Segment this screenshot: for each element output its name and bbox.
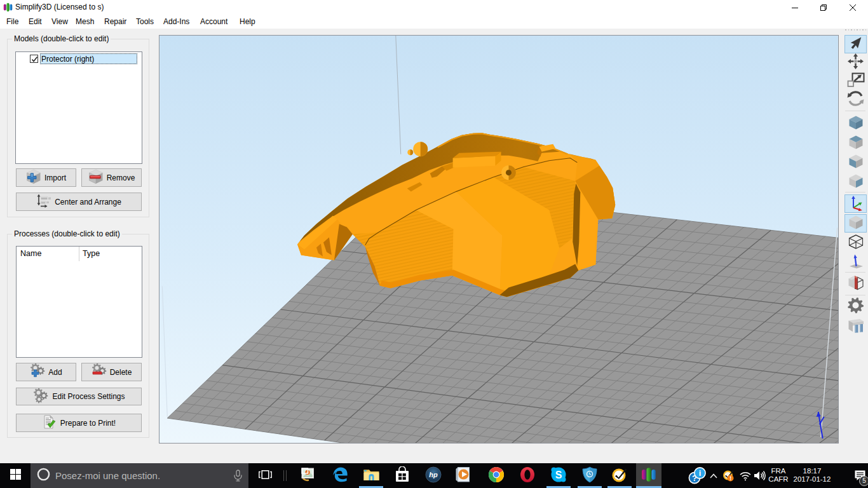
taskbar-separator [283,470,284,481]
menu-account[interactable]: Account [198,15,230,29]
tray-help-icon[interactable]: ? i [686,463,708,488]
processes-table[interactable]: Name Type [16,246,142,358]
start-button[interactable] [0,463,31,488]
import-button[interactable]: Import [16,168,76,187]
tool-rotate-button[interactable] [844,90,867,109]
add-process-button[interactable]: Add [16,363,76,381]
task-view-button[interactable] [254,463,276,488]
add-gears-plus-icon [30,363,45,381]
titlebar: Simplify3D (Licensed to s) [0,0,868,15]
show-solid-icon [848,214,864,233]
models-group: Models (double-click to edit) Protector … [7,39,149,217]
clock-time: 18:17 [791,467,833,475]
models-list[interactable]: Protector (right) [15,51,142,164]
processes-group: Processes (double-click to edit) Name Ty… [7,234,149,438]
view-front-icon [848,152,864,172]
models-group-label: Models (double-click to edit) [12,34,111,43]
menu-view[interactable]: View [49,15,71,29]
column-header-type[interactable]: Type [83,247,100,261]
tray-wifi-icon[interactable] [738,463,753,488]
taskbar-app-simplify3d[interactable] [636,463,661,488]
menu-help[interactable]: Help [237,15,258,29]
taskbar-app-photos[interactable] [295,463,320,488]
cortana-search-box[interactable] [31,463,248,488]
language-indicator[interactable]: FRACAFR [767,467,790,484]
taskbar-app-edge[interactable] [327,463,353,488]
viewport-3d-scene[interactable] [159,36,838,443]
toolbar-drag-handle[interactable] [845,29,866,31]
tray-norton-icon[interactable] [721,463,735,488]
viewport-3d[interactable] [159,35,839,444]
taskbar-app-media-player[interactable] [450,463,475,488]
maximize-restore-button[interactable] [809,0,837,15]
tool-settings-button[interactable] [844,297,867,316]
menu-file[interactable]: File [4,15,21,29]
view-default-icon [848,114,864,133]
prepare-to-print-button[interactable]: Prepare to Print! [16,414,142,432]
menu-mesh[interactable]: Mesh [73,15,97,29]
clock-date: 2017-01-12 [791,475,833,484]
taskbar-separator [286,470,287,481]
taskbar-app-norton[interactable] [607,463,632,488]
simplify3d-logo-icon [3,3,13,12]
simplify3d-icon [641,467,656,485]
taskbar-app-hp[interactable]: hp [421,463,446,488]
tray-chevron-up-icon[interactable] [708,463,719,488]
column-header-name[interactable]: Name [20,247,41,261]
tool-move-button[interactable] [844,53,867,72]
remove-button[interactable]: Remove [81,168,142,187]
tray-volume-icon[interactable] [753,463,767,488]
taskbar-app-store[interactable] [390,463,415,488]
center-arrange-icon [36,194,51,210]
menu-tools[interactable]: Tools [133,15,156,29]
model-item-label[interactable]: Protector (right) [40,53,137,64]
tool-scale-button[interactable] [844,72,867,90]
view-side-icon [848,172,864,192]
edge-icon [332,466,349,485]
close-button[interactable] [837,0,868,15]
opera-icon [519,466,536,485]
search-input[interactable] [55,470,214,481]
tool-view-side-button[interactable] [844,173,867,191]
print-checklist-icon [42,414,57,431]
menu-repair[interactable]: Repair [102,15,129,29]
menu-edit[interactable]: Edit [26,15,44,29]
taskbar-app-security-shield[interactable] [577,463,602,488]
tool-view-default-button[interactable] [844,114,867,133]
tool-view-front-button[interactable] [844,153,867,172]
norton-icon [611,466,628,485]
tool-select-button[interactable] [844,35,867,53]
taskbar-app-file-explorer[interactable] [358,463,384,488]
center-and-arrange-button[interactable]: Center and Arrange [16,193,142,211]
photos-icon [300,466,316,485]
minimize-button[interactable] [780,0,809,15]
windows-logo-icon [10,469,21,482]
taskbar-app-chrome[interactable] [484,463,509,488]
taskbar-app-skype[interactable]: S [546,463,571,488]
clock[interactable]: 18:172017-01-12 [791,467,833,484]
tool-show-wireframe-button[interactable] [844,234,867,252]
tool-view-top-button[interactable] [844,134,867,152]
menu-add-ins[interactable]: Add-Ins [161,15,192,29]
skype-icon: S [550,466,567,485]
processes-group-label: Processes (double-click to edit) [12,229,122,238]
edit-process-settings-button[interactable]: Edit Process Settings [16,388,142,405]
import-cube-plus-icon [26,169,41,186]
tool-show-normals-button[interactable] [844,253,867,271]
close-icon [850,2,856,13]
tool-show-solid-button[interactable] [844,214,867,233]
simplify3d-window: Simplify3D (Licensed to s) File Edit Vie… [0,0,868,488]
tool-cross-section-button[interactable] [844,274,867,293]
tool-show-axes-button[interactable] [844,194,867,213]
task-view-icon [259,470,272,482]
model-checkbox[interactable] [30,55,38,63]
language-region: CAFR [767,475,790,484]
model-list-item[interactable]: Protector (right) [17,53,137,64]
gears-icon [32,388,49,405]
taskbar-app-opera[interactable] [515,463,540,488]
menubar: File Edit View Mesh Repair Tools Add-Ins… [0,15,868,29]
support-structures-icon [847,316,865,337]
tool-support-structures-button[interactable] [844,317,867,336]
media-player-icon [454,466,471,485]
delete-process-button[interactable]: Delete [81,363,142,381]
